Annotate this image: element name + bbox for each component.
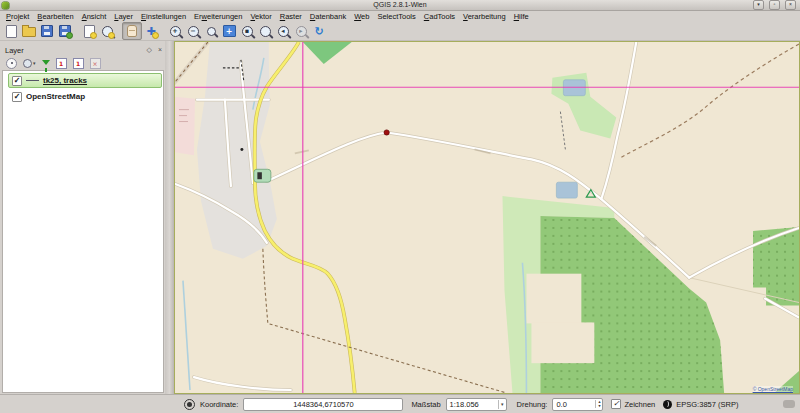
- zoom-in-button[interactable]: +: [166, 23, 184, 39]
- save-project-as-button[interactable]: [56, 23, 74, 39]
- crs-label[interactable]: EPSG:3857 (SRP): [676, 400, 738, 409]
- zoom-full-button[interactable]: +: [220, 23, 238, 39]
- coordinate-input[interactable]: 1448364,6710570: [243, 398, 403, 411]
- layer-label: OpenStreetMap: [26, 92, 85, 101]
- layer-visibility-checkbox[interactable]: [12, 92, 22, 102]
- menu-cadtools[interactable]: CadTools: [420, 11, 459, 22]
- zoom-full-icon: +: [223, 25, 236, 37]
- new-project-icon: [6, 25, 17, 38]
- crs-icon[interactable]: [663, 400, 672, 409]
- coordinate-label: Koordinate:: [200, 400, 238, 409]
- track-point-marker: [384, 130, 389, 135]
- map-attribution[interactable]: © OpenStreetMap: [753, 386, 793, 392]
- main-toolbar: ✚+−+▪◂▸↻: [0, 22, 800, 41]
- zoom-last-icon: ◂: [278, 26, 289, 37]
- rotation-label: Drehung:: [517, 400, 548, 409]
- titlebar[interactable]: QGIS 2.8.1-Wien ▾▫×: [0, 0, 800, 11]
- checkbox-icon[interactable]: [611, 399, 621, 409]
- menu-hilfe[interactable]: Hilfe: [510, 11, 533, 22]
- add-group-icon[interactable]: [6, 58, 17, 69]
- pan-map-button[interactable]: [122, 22, 142, 40]
- spinner-arrows-icon[interactable]: ▴▾: [595, 400, 602, 408]
- zoom-in-icon: +: [170, 26, 181, 37]
- menu-projekt[interactable]: Projekt: [2, 11, 33, 22]
- menu-layer[interactable]: Layer: [110, 11, 137, 22]
- field-clearing: [526, 274, 581, 324]
- menu-web[interactable]: Web: [350, 11, 373, 22]
- open-project-button[interactable]: [20, 23, 38, 39]
- rotation-value: 0.0: [556, 400, 566, 409]
- menu-einstellungen[interactable]: Einstellungen: [137, 11, 190, 22]
- layer-item-tk25-tracks[interactable]: tk25, tracks: [8, 73, 162, 88]
- menu-selecttools[interactable]: SelectTools: [373, 11, 419, 22]
- menu-ansicht[interactable]: Ansicht: [78, 11, 111, 22]
- maximize-button[interactable]: ▫: [769, 0, 780, 10]
- poi-dot: [240, 148, 243, 151]
- zoom-out-button[interactable]: −: [184, 23, 202, 39]
- refresh-button[interactable]: ↻: [310, 23, 328, 39]
- panel-splitter[interactable]: [165, 41, 174, 394]
- composer-manager-button[interactable]: [98, 23, 116, 39]
- layers-panel: Layer ◇ × ▾11× tk25, tracksOpenStreetMap: [0, 41, 165, 394]
- field-clearing: [531, 322, 594, 363]
- poi-station-marker: [254, 169, 271, 182]
- panel-close-icon[interactable]: ×: [158, 45, 162, 55]
- menu-vektor[interactable]: Vektor: [246, 11, 275, 22]
- refresh-icon: ↻: [314, 25, 323, 38]
- rotation-spinner[interactable]: 0.0 ▴▾: [552, 398, 603, 411]
- open-project-icon: [22, 27, 36, 37]
- layer-visibility-icon[interactable]: ▾: [23, 59, 36, 68]
- main-area: Layer ◇ × ▾11× tk25, tracksOpenStreetMap: [0, 41, 800, 394]
- menu-datenbank[interactable]: Datenbank: [306, 11, 350, 22]
- layer-visibility-checkbox[interactable]: [12, 76, 22, 86]
- pan-to-selection-button[interactable]: ✚: [142, 23, 160, 39]
- window-controls: ▾▫×: [753, 0, 796, 10]
- message-log-icon[interactable]: [783, 400, 795, 408]
- poi-station-glyph: [257, 172, 261, 179]
- zoom-native-icon: [207, 27, 216, 36]
- layer-item-openstreetmap[interactable]: OpenStreetMap: [8, 89, 162, 104]
- close-button[interactable]: ×: [785, 0, 796, 10]
- menu-verarbeitung[interactable]: Verarbeitung: [459, 11, 510, 22]
- menu-erweiterungen[interactable]: Erweiterungen: [190, 11, 246, 22]
- zoom-to-layer-icon: [260, 26, 271, 37]
- save-project-button[interactable]: [38, 23, 56, 39]
- zoom-to-layer-button[interactable]: [256, 23, 274, 39]
- statusbar: Koordinate: 1448364,6710570 Maßstab 1:18…: [0, 394, 800, 413]
- chevron-down-icon[interactable]: ▾: [498, 400, 506, 409]
- layers-panel-header: Layer ◇ ×: [2, 44, 165, 56]
- layers-panel-toolbar: ▾11×: [2, 56, 165, 70]
- scale-value: 1:18.056: [450, 400, 479, 409]
- scale-combo[interactable]: 1:18.056 ▾: [446, 398, 507, 411]
- map-svg: [175, 42, 799, 393]
- pond: [556, 182, 577, 198]
- panel-float-icon[interactable]: ◇: [147, 45, 152, 55]
- zoom-native-button[interactable]: [202, 23, 220, 39]
- expand-all-icon[interactable]: 1: [56, 58, 67, 69]
- render-label: Zeichnen: [624, 400, 655, 409]
- zoom-last-button[interactable]: ◂: [274, 23, 292, 39]
- render-checkbox[interactable]: Zeichnen: [611, 399, 655, 409]
- map-canvas[interactable]: © OpenStreetMap: [174, 41, 800, 394]
- shade-button[interactable]: ▾: [753, 0, 764, 10]
- layer-label: tk25, tracks: [43, 76, 87, 85]
- layer-list: tk25, tracksOpenStreetMap: [2, 70, 164, 393]
- zoom-to-selection-button[interactable]: ▪: [238, 23, 256, 39]
- remove-layer-icon[interactable]: ×: [90, 58, 101, 69]
- zoom-to-selection-icon: ▪: [242, 26, 253, 37]
- filter-legend-icon[interactable]: [42, 62, 50, 65]
- menu-bearbeiten[interactable]: Bearbeiten: [33, 11, 77, 22]
- new-project-button[interactable]: [2, 23, 20, 39]
- layer-line-symbol: [26, 80, 39, 81]
- menu-raster[interactable]: Raster: [276, 11, 306, 22]
- layers-panel-title: Layer: [5, 46, 24, 55]
- pan-map-icon: [127, 25, 137, 37]
- residential-area: [175, 97, 195, 156]
- zoom-out-icon: −: [188, 26, 199, 37]
- save-project-icon: [41, 25, 53, 37]
- mouse-position-icon[interactable]: [184, 399, 195, 410]
- zoom-next-button[interactable]: ▸: [292, 23, 310, 39]
- qgis-window: QGIS 2.8.1-Wien ▾▫× ProjektBearbeitenAns…: [0, 0, 800, 413]
- collapse-all-icon[interactable]: 1: [73, 58, 84, 69]
- new-composer-button[interactable]: [80, 23, 98, 39]
